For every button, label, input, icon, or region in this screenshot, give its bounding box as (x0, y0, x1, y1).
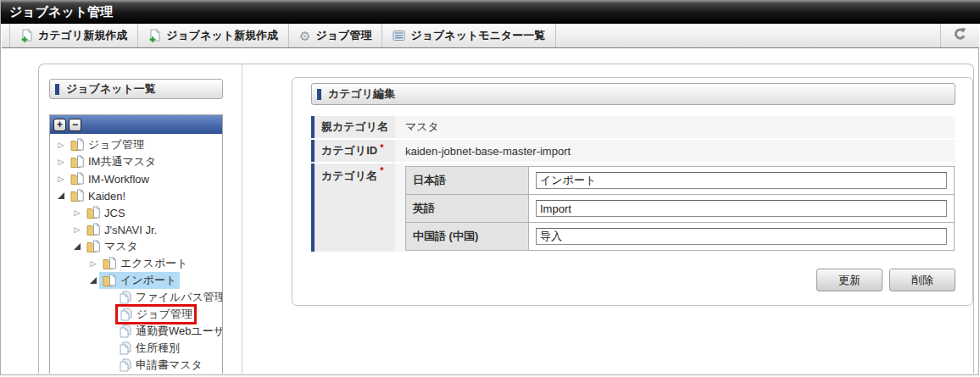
field-label-text: カテゴリID (321, 143, 377, 158)
edit-section-title: カテゴリ編集 (328, 86, 395, 102)
collapse-node-icon[interactable] (55, 192, 67, 199)
document-icon (119, 291, 132, 304)
tree-node-label: エクスポート (120, 256, 188, 271)
tree-node-label: ジョブ管理 (136, 307, 192, 322)
expand-node-icon[interactable]: ▷ (55, 158, 67, 166)
locale-input-cell (529, 195, 955, 223)
toolbar-button-label: ジョブ管理 (316, 28, 372, 43)
tree-item[interactable]: インポート (50, 272, 222, 289)
tree-node-content[interactable]: 申請書マスタ (115, 357, 206, 374)
collapse-node-icon[interactable] (71, 243, 83, 250)
tree-item[interactable]: 住所種別 (50, 340, 222, 357)
expand-node-icon[interactable]: ▷ (55, 175, 67, 183)
folder-icon (70, 138, 85, 152)
tree-node-label: J'sNAVI Jr. (103, 224, 157, 236)
parent-category-value: マスタ (395, 116, 955, 138)
tree-node-content[interactable]: 住所種別 (115, 340, 183, 357)
tree-item[interactable]: ▷ジョブ管理 (50, 136, 222, 153)
create-jobnet-button[interactable]: ジョブネット新規作成 (138, 24, 289, 47)
japanese-name-input[interactable] (536, 172, 947, 189)
parent-category-label: 親カテゴリ名 (311, 116, 395, 138)
page-title: ジョブネット管理 (1, 0, 980, 24)
english-name-input[interactable] (536, 200, 947, 217)
collapse-node-icon[interactable] (87, 277, 99, 284)
tree-list: ▷ジョブ管理▷IM共通マスタ▷IM-WorkflowKaiden!▷JCS▷J'… (50, 134, 222, 374)
tree-node-label: JCS (103, 207, 125, 219)
toolbar-spacer (556, 24, 940, 47)
annotation-highlight-box[interactable]: ジョブ管理 (115, 304, 197, 324)
folder-icon (86, 206, 101, 219)
tree-node-content[interactable]: IM-Workflow (67, 171, 153, 186)
table-row: 英語 (406, 195, 955, 223)
job-management-button[interactable]: ⚙ ジョブ管理 (289, 24, 382, 47)
edit-section-header: カテゴリ編集 (311, 83, 955, 105)
tree-node-label: 住所種別 (135, 341, 180, 356)
tree-toolbar: + − (50, 115, 222, 134)
tree-node-label: Kaiden! (87, 190, 125, 202)
tree-item[interactable]: マスタ (50, 238, 222, 255)
tree-item[interactable]: ▷IM-Workflow (50, 170, 222, 187)
tree-item[interactable]: ▷J'sNAVI Jr. (50, 221, 222, 238)
tree-item[interactable]: 申請書マスタ (50, 357, 222, 374)
document-icon (119, 324, 132, 338)
table-row: 中国語 (中国) (406, 223, 955, 251)
category-name-label: カテゴリ名 * (311, 164, 395, 252)
jobnet-monitor-list-button[interactable]: ジョブネットモニター一覧 (382, 24, 556, 47)
category-name-row: カテゴリ名 * 日本語 英語 (311, 164, 955, 252)
tree-node-content[interactable]: J'sNAVI Jr. (83, 222, 160, 237)
required-marker: * (380, 142, 383, 152)
tree-item[interactable]: Kaiden! (50, 187, 222, 204)
delete-button[interactable]: 削除 (889, 269, 955, 291)
folder-icon (86, 240, 101, 253)
folder-icon (103, 274, 117, 287)
expand-all-button[interactable]: + (53, 119, 66, 131)
tree-item[interactable]: ジョブ管理 (50, 306, 222, 323)
tree-node-content[interactable]: IM共通マスタ (67, 153, 159, 170)
toolbar: カテゴリ新規作成 ジョブネット新規作成 ⚙ ジョブ管理 (2, 24, 979, 48)
toolbar-button-label: ジョブネット新規作成 (166, 28, 278, 43)
category-id-value: kaiden-jobnet-base-master-import (395, 140, 955, 162)
folder-icon (70, 172, 85, 186)
tree-node-label: インポート (120, 273, 176, 288)
expand-node-icon[interactable]: ▷ (87, 260, 99, 268)
tree-node-label: IM共通マスタ (87, 154, 156, 169)
new-document-icon (148, 29, 161, 42)
folder-icon (103, 257, 117, 270)
create-category-button[interactable]: カテゴリ新規作成 (9, 24, 138, 47)
category-id-row: カテゴリID * kaiden-jobnet-base-master-impor… (311, 140, 955, 162)
collapse-all-button[interactable]: − (69, 119, 81, 131)
table-row: 日本語 (406, 167, 955, 195)
parent-category-row: 親カテゴリ名 マスタ (311, 116, 955, 138)
tree-item[interactable]: 通勤費Webユーザ (50, 323, 222, 340)
tree-section-title: ジョブネット一覧 (66, 81, 156, 97)
tree-item[interactable]: ▷JCS (50, 204, 222, 221)
tree-item[interactable]: ファイルパス管理 (50, 289, 222, 306)
tree-node-content[interactable]: Kaiden! (67, 188, 129, 203)
category-id-label: カテゴリID * (311, 140, 395, 162)
tree-node-label: 申請書マスタ (135, 358, 203, 373)
locale-label-japanese: 日本語 (406, 167, 529, 195)
accent-bar (317, 89, 321, 100)
locale-label-chinese: 中国語 (中国) (406, 223, 529, 251)
new-document-icon (20, 29, 33, 42)
refresh-button[interactable] (940, 24, 979, 47)
tree-node-label: IM-Workflow (87, 173, 149, 186)
tree-node-content[interactable]: ファイルパス管理 (115, 289, 223, 306)
field-label-text: カテゴリ名 (321, 169, 377, 184)
folder-icon (70, 189, 85, 202)
expand-node-icon[interactable]: ▷ (55, 141, 67, 149)
tree-item[interactable]: ▷IM共通マスタ (50, 153, 222, 170)
tree-node-content[interactable]: マスタ (83, 238, 142, 255)
expand-node-icon[interactable]: ▷ (71, 226, 83, 234)
document-icon (119, 341, 132, 355)
chinese-name-input[interactable] (536, 228, 947, 245)
tree-node-content[interactable]: 通勤費Webユーザ (115, 323, 223, 340)
update-button[interactable]: 更新 (816, 269, 883, 291)
expand-node-icon[interactable]: ▷ (71, 209, 83, 217)
folder-icon (70, 155, 85, 169)
tree-node-content[interactable]: JCS (83, 205, 129, 220)
tree-node-content[interactable]: エクスポート (99, 255, 192, 272)
tree-node-content[interactable]: インポート (99, 272, 180, 289)
tree-item[interactable]: ▷エクスポート (50, 255, 222, 272)
tree-node-content[interactable]: ジョブ管理 (67, 136, 148, 153)
